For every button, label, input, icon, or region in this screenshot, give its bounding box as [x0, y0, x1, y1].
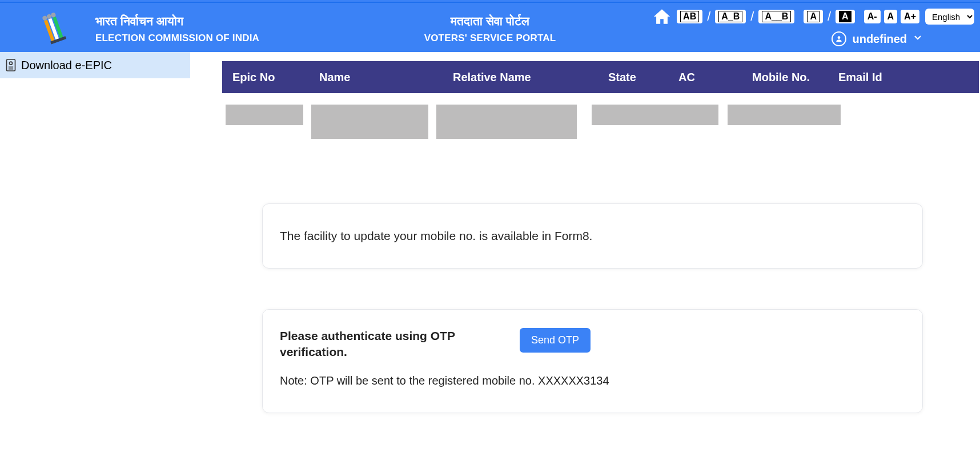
cell-relative-redacted	[436, 105, 577, 139]
cell-name-redacted	[311, 105, 428, 139]
org-name-hindi: भारत निर्वाचन आयोग	[95, 14, 183, 28]
separator: /	[749, 9, 755, 24]
otp-prompt: Please authenticate using OTP verificati…	[280, 328, 474, 361]
sidebar-item-download-epic[interactable]: Download e-EPIC	[0, 52, 190, 78]
org-name-english: ELECTION COMMISSION OF INDIA	[95, 33, 259, 44]
header: भारत निर्वाचन आयोग ELECTION COMMISSION O…	[0, 0, 980, 52]
letter-spacing-a--b[interactable]: A__B	[758, 10, 794, 23]
th-state: State	[608, 71, 678, 84]
letter-spacing-a-b[interactable]: A_B	[715, 10, 746, 23]
separator: /	[826, 9, 832, 24]
table-row	[222, 93, 979, 139]
portal-name-hindi: मतदाता सेवा पोर्टल	[451, 14, 529, 28]
accessibility-toolbar: AB / A_B / A__B A / A A- A A+ English	[650, 6, 974, 27]
otp-note: Note: OTP will be sent to the registered…	[280, 374, 905, 387]
otp-card: Please authenticate using OTP verificati…	[262, 309, 923, 413]
portal-name-english: VOTERS' SERVICE PORTAL	[424, 33, 556, 44]
th-relative: Relative Name	[453, 71, 608, 84]
chevron-down-icon	[913, 33, 923, 46]
theme-light[interactable]: A	[804, 10, 823, 23]
sidebar-label: Download e-EPIC	[21, 59, 112, 72]
svg-point-7	[838, 36, 841, 39]
user-name: undefined	[852, 33, 907, 46]
header-accent-line	[0, 2, 980, 3]
font-size-default[interactable]: A	[884, 10, 898, 23]
home-icon[interactable]	[650, 6, 673, 27]
eci-logo	[34, 7, 74, 47]
th-name: Name	[319, 71, 453, 84]
user-icon	[832, 31, 846, 46]
id-card-icon	[5, 58, 17, 72]
user-menu[interactable]: undefined	[832, 31, 923, 46]
info-card-form8: The facility to update your mobile no. i…	[262, 203, 923, 269]
main-content: Epic No Name Relative Name State AC Mobi…	[199, 52, 980, 472]
th-mobile: Mobile No.	[752, 71, 838, 84]
cell-mobile-redacted	[728, 105, 841, 125]
th-ac: AC	[678, 71, 752, 84]
th-epic: Epic No	[232, 71, 319, 84]
th-email: Email Id	[838, 71, 979, 84]
font-size-decrease[interactable]: A-	[864, 10, 881, 23]
theme-dark[interactable]: A	[836, 10, 855, 23]
form8-message: The facility to update your mobile no. i…	[280, 229, 905, 243]
voter-table: Epic No Name Relative Name State AC Mobi…	[222, 61, 979, 139]
cell-state-ac-redacted	[592, 105, 718, 125]
letter-spacing-ab[interactable]: AB	[677, 10, 702, 23]
font-size-increase[interactable]: A+	[901, 10, 919, 23]
cell-epic-redacted	[226, 105, 303, 125]
send-otp-button[interactable]: Send OTP	[520, 328, 591, 353]
language-select[interactable]: English	[925, 9, 974, 25]
separator: /	[706, 9, 712, 24]
table-header-row: Epic No Name Relative Name State AC Mobi…	[222, 61, 979, 93]
svg-point-9	[10, 62, 13, 65]
